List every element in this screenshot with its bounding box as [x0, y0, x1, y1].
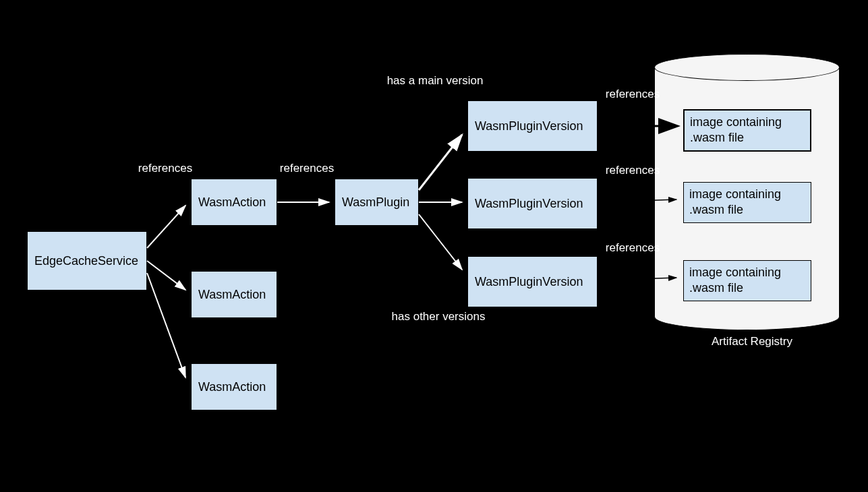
- artifact-registry-cylinder: image containing .wasm file image contai…: [654, 67, 840, 317]
- wasm-plugin-version-node-1: WasmPluginVersion: [467, 100, 598, 152]
- wasm-action-label-2: WasmAction: [198, 288, 266, 302]
- references-label-2: references: [599, 88, 666, 101]
- image-label-2: image containing .wasm file: [689, 187, 781, 216]
- edge-cache-service-label: EdgeCacheService: [34, 254, 138, 268]
- has-main-version-label: has a main version: [378, 74, 492, 88]
- references-3x-label: references: [132, 162, 199, 175]
- image-label-1: image containing .wasm file: [690, 115, 782, 144]
- image-box-1: image containing .wasm file: [683, 109, 811, 152]
- svg-line-1: [147, 261, 185, 290]
- svg-line-6: [419, 214, 462, 270]
- wasm-plugin-node: WasmPlugin: [335, 179, 419, 226]
- references-label-3: references: [599, 164, 666, 177]
- cylinder-bottom-ellipse: [654, 303, 840, 330]
- wasm-plugin-label: WasmPlugin: [342, 195, 409, 210]
- wasm-action-node-2: WasmAction: [191, 271, 277, 318]
- wasm-action-label-3: WasmAction: [198, 380, 266, 394]
- image-box-3: image containing .wasm file: [683, 260, 811, 301]
- wasm-plugin-version-label-3: WasmPluginVersion: [475, 275, 583, 289]
- references-label-1: references: [273, 162, 341, 175]
- svg-line-4: [419, 135, 462, 190]
- wasm-action-label-1: WasmAction: [198, 195, 266, 210]
- has-other-versions-label: has other versions: [381, 310, 496, 324]
- image-box-2: image containing .wasm file: [683, 182, 811, 223]
- cylinder-top-ellipse: [654, 54, 840, 81]
- svg-line-0: [147, 206, 185, 248]
- edge-cache-service-node: EdgeCacheService: [27, 231, 147, 290]
- wasm-action-node-1: WasmAction: [191, 179, 277, 226]
- svg-line-2: [147, 273, 185, 377]
- artifact-registry-label: Artifact Registry: [708, 335, 796, 348]
- wasm-plugin-version-label-2: WasmPluginVersion: [475, 197, 583, 211]
- wasm-plugin-version-node-2: WasmPluginVersion: [467, 178, 598, 229]
- image-label-3: image containing .wasm file: [689, 266, 781, 295]
- references-label-4: references: [599, 241, 666, 255]
- wasm-action-node-3: WasmAction: [191, 363, 277, 410]
- wasm-plugin-version-label-1: WasmPluginVersion: [475, 119, 583, 133]
- wasm-plugin-version-node-3: WasmPluginVersion: [467, 256, 598, 307]
